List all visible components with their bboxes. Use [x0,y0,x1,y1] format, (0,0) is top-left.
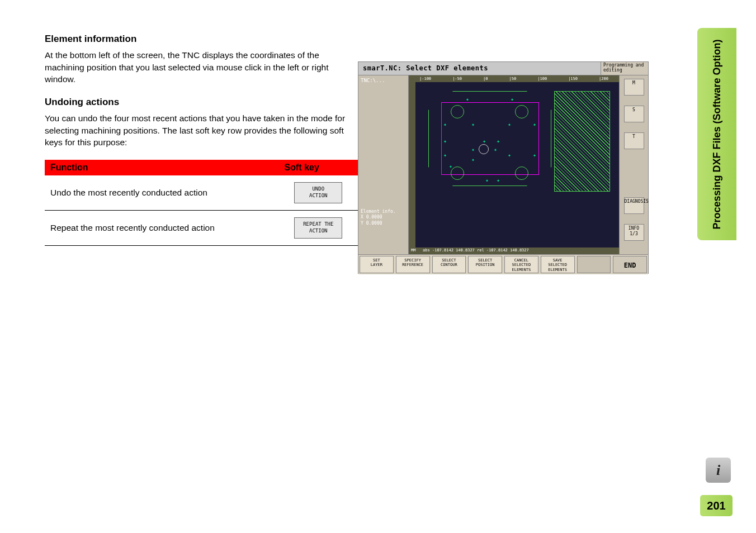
section1-body: At the bottom left of the screen, the TN… [45,49,347,85]
tnc-path: TNC:\... [361,78,406,83]
tick: |-100 [419,77,431,81]
func-desc: Undo the most recently conducted action [45,175,279,211]
tnc-header: smarT.NC: Select DXF elements Programmin… [358,62,648,75]
col-softkey: Soft key [279,160,358,175]
dxf-marker: ✦ [507,153,512,158]
softkey-select-position[interactable]: SELECT POSITION [468,256,502,273]
table-row: Undo the most recently conducted action … [45,175,358,211]
softkey-save-selected[interactable]: SAVE SELECTED ELEMENTS [541,256,575,273]
side-tab-label: Processing DXF Files (Software Option) [711,39,723,229]
table-row: Repeat the most recently conducted actio… [45,211,358,246]
softkey-cell: UNDO ACTION [279,175,358,211]
dxf-marker: ✦ [470,147,476,153]
dxf-marker: ✦ [532,122,537,127]
tnc-screenshot: smarT.NC: Select DXF elements Programmin… [358,61,649,274]
softkey-cancel-selected[interactable]: CANCEL SELECTED ELEMENTS [504,256,538,273]
dxf-drawing: ✦ ✦ ✦ ✦ ✦ ✦ ✦ ✦ ✦ ✦ ✦ ✦ ✦ ✦ ✦ [420,85,613,243]
dxf-marker: ✦ [481,139,487,144]
tick: |-50 [452,77,462,81]
element-info-panel: Element info. X 0.0000 Y 0.0000 [361,209,396,226]
tick: |0 [483,77,488,81]
elem-info-y: Y 0.0000 [361,221,396,226]
dxf-marker: ✦ [448,164,453,169]
dxf-marker: ✦ [465,97,470,102]
section2-body: You can undo the four most recent action… [45,112,347,149]
dxf-marker: ✦ [493,147,498,153]
section1-heading: Element information [45,34,347,45]
softkey-empty [577,256,611,273]
tnc-ruler-top: |-100 |-50 |0 |50 |100 |150 |200 [409,75,619,82]
side-tab: Processing DXF Files (Software Option) [697,28,736,240]
tnc-sidebar-right: M S T DIAGNOSIS INFO 1/3 [619,75,648,254]
softkey-undo-action: UNDO ACTION [294,182,342,203]
dxf-marker: ✦ [532,153,537,158]
dxf-circle [515,166,528,180]
section2-heading: Undoing actions [45,97,347,108]
dxf-marker: ✦ [442,139,448,144]
side-icon-t: T [624,132,644,149]
dxf-marker: ✦ [484,178,490,183]
side-icon-info: INFO 1/3 [624,224,644,241]
tnc-canvas: |-100 |-50 |0 |50 |100 |150 |200 [409,75,619,254]
dxf-marker: ✦ [470,157,476,163]
softkey-set-layer[interactable]: SET LAYER [360,256,394,273]
function-softkey-table: Function Soft key Undo the most recently… [45,160,358,246]
info-icon: i [706,458,731,483]
dxf-hatch-area [554,91,610,192]
tnc-softkey-bar: SET LAYER SPECIFY REFERENCE SELECT CONTO… [358,254,648,274]
tnc-title: smarT.NC: Select DXF elements [358,62,601,75]
elem-info-x: X 0.0000 [361,215,396,220]
softkey-specify-reference[interactable]: SPECIFY REFERENCE [396,256,430,273]
dxf-marker: ✦ [442,153,448,158]
tick: |150 [568,77,578,81]
tnc-ruler-left [409,82,415,248]
dxf-marker: ✦ [507,122,512,127]
col-function: Function [45,160,279,175]
dxf-target-cursor [479,144,489,154]
softkey-repeat-action: REPEAT THE ACTION [294,217,342,239]
tnc-statusbar: MM abs -107.8142 140.8327 rel -107.8142 … [409,248,619,254]
dxf-circle [515,105,528,118]
tick: |200 [599,77,608,81]
dxf-circle [451,105,464,118]
softkey-select-contour[interactable]: SELECT CONTOUR [432,256,466,273]
dxf-marker: ✦ [470,122,476,127]
elem-info-label: Element info. [361,209,396,215]
page-number: 201 [700,495,733,516]
tick: |50 [509,77,517,81]
tick: |100 [537,77,547,81]
side-icon-s: S [624,106,644,122]
tnc-mode-label: Programming and editing [601,62,648,75]
softkey-end[interactable]: END [613,256,647,273]
dxf-marker: ✦ [509,97,515,102]
dxf-marker: ✦ [495,139,501,144]
dxf-marker: ✦ [495,178,501,183]
softkey-cell: REPEAT THE ACTION [279,211,358,246]
func-desc: Repeat the most recently conducted actio… [45,211,279,246]
side-icon-diagnosis: DIAGNOSIS [624,197,644,214]
tnc-sidebar-left: TNC:\... Element info. X 0.0000 Y 0.0000 [358,75,409,254]
side-icon-m: M [624,79,644,96]
statusbar-unit: MM [411,248,415,253]
dxf-marker: ✦ [442,122,448,127]
statusbar-coords: abs -107.8142 140.8327 rel -107.8142 140… [423,248,529,253]
